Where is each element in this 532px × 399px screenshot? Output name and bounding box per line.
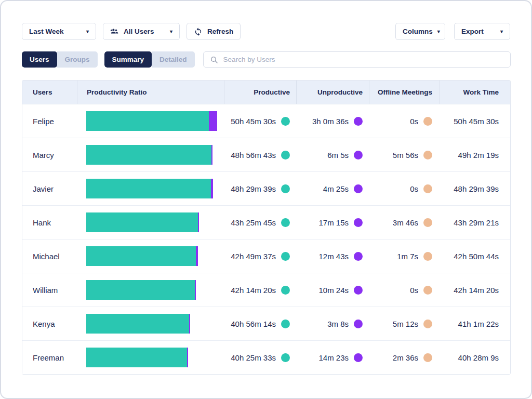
productivity-bar [86, 179, 217, 198]
unproductive-value: 14m 23s [318, 353, 349, 362]
unproductive-dot [354, 252, 363, 261]
offline-value: 0s [410, 184, 418, 193]
refresh-button[interactable]: Refresh [187, 23, 241, 40]
work-time-value: 40h 28m 9s [458, 353, 499, 362]
bar-unproductive-segment [211, 179, 213, 198]
bar-productive-segment [86, 179, 211, 198]
unproductive-value: 3m 8s [327, 320, 349, 328]
offline-meetings-cell: 2m 36s [369, 341, 440, 374]
header-work-time: Work Time [440, 81, 510, 104]
unproductive-value: 4m 25s [323, 184, 349, 193]
productive-value: 42h 14m 20s [231, 286, 276, 295]
table-row[interactable]: William 42h 14m 20s 10m 24s 0s 42h 14m 2… [22, 273, 510, 307]
table-row[interactable]: Kenya 40h 56m 14s 3m 8s 5m 12s 41h 1m 22… [22, 307, 510, 340]
bar-unproductive-segment [195, 280, 196, 300]
bar-fill [86, 145, 212, 165]
productivity-ratio-cell [77, 307, 224, 340]
offline-dot [423, 252, 432, 261]
export-select[interactable]: Export ▾ [454, 23, 510, 40]
unproductive-cell: 3m 8s [296, 307, 369, 340]
entity-toggle: Users Groups [22, 51, 98, 68]
header-productive: Productive [224, 81, 296, 104]
unproductive-value: 10m 24s [318, 286, 349, 295]
unproductive-value: 12m 43s [318, 252, 349, 261]
refresh-icon [194, 27, 203, 36]
offline-meetings-cell: 3m 46s [369, 206, 440, 239]
offline-value: 1m 7s [397, 252, 418, 261]
productivity-ratio-cell [77, 240, 224, 273]
tab-detailed[interactable]: Detailed [152, 51, 195, 68]
table-row[interactable]: Javier 48h 29m 39s 4m 25s 0s 48h 29m 39s [22, 171, 510, 205]
offline-dot [423, 353, 432, 362]
work-time-cell: 42h 14m 20s [440, 273, 510, 307]
users-table: Users Productivity Ratio Productive Unpr… [22, 80, 511, 375]
bar-productive-segment [86, 212, 198, 232]
columns-label: Columns [403, 28, 433, 35]
users-filter-select[interactable]: All Users ▾ [103, 23, 180, 40]
bar-unproductive-segment [209, 111, 217, 131]
header-offline-meetings: Offline Meetings [369, 81, 440, 104]
columns-select[interactable]: Columns ▾ [395, 23, 445, 40]
bar-fill [86, 111, 217, 131]
user-name: William [22, 273, 77, 307]
table-row[interactable]: Freeman 40h 25m 33s 14m 23s 2m 36s 40h 2… [22, 340, 510, 374]
offline-dot [423, 184, 432, 193]
table-row[interactable]: Felipe 50h 45m 30s 3h 0m 36s 0s 50h 45m … [22, 104, 510, 138]
productivity-bar [86, 212, 217, 232]
work-time-cell: 48h 29m 39s [440, 172, 510, 205]
unproductive-dot [354, 353, 363, 362]
user-name: Hank [22, 206, 77, 239]
bar-productive-segment [86, 145, 211, 165]
offline-value: 5m 12s [393, 320, 418, 328]
tab-groups[interactable]: Groups [57, 51, 98, 68]
productive-cell: 42h 49m 37s [224, 240, 296, 273]
productive-value: 43h 25m 45s [231, 218, 276, 227]
work-time-value: 43h 29m 21s [454, 218, 499, 227]
bar-unproductive-segment [198, 212, 199, 232]
user-name: Kenya [22, 307, 77, 340]
productive-value: 48h 56m 43s [231, 151, 276, 159]
unproductive-dot [354, 286, 363, 295]
bar-productive-segment [86, 246, 196, 266]
unproductive-cell: 4m 25s [296, 172, 369, 205]
bar-unproductive-segment [187, 348, 188, 367]
bar-productive-segment [86, 314, 189, 334]
productive-dot [281, 286, 290, 295]
search-box[interactable] [203, 51, 511, 68]
bar-fill [86, 212, 199, 232]
tab-summary[interactable]: Summary [104, 51, 152, 68]
chevron-down-icon: ▾ [500, 29, 503, 34]
work-time-cell: 49h 2m 19s [440, 138, 510, 171]
offline-meetings-cell: 0s [369, 172, 440, 205]
offline-dot [423, 320, 432, 328]
table-row[interactable]: Hank 43h 25m 45s 17m 15s 3m 46s 43h 29m … [22, 205, 510, 239]
offline-meetings-cell: 1m 7s [369, 240, 440, 273]
unproductive-cell: 6m 5s [296, 138, 369, 171]
table-row[interactable]: Marcy 48h 56m 43s 6m 5s 5m 56s 49h 2m 19… [22, 138, 510, 171]
work-time-cell: 43h 29m 21s [440, 206, 510, 239]
productive-dot [281, 184, 290, 193]
header-users: Users [22, 81, 77, 104]
period-select[interactable]: Last Week ▾ [22, 23, 96, 40]
offline-dot [423, 117, 432, 126]
productivity-ratio-cell [77, 206, 224, 239]
search-input[interactable] [223, 56, 504, 63]
productivity-bar [86, 145, 217, 165]
bar-fill [86, 314, 190, 334]
productive-dot [281, 353, 290, 362]
bar-fill [86, 348, 188, 367]
header-unproductive: Unproductive [296, 81, 369, 104]
table-row[interactable]: Michael 42h 49m 37s 12m 43s 1m 7s 42h 50… [22, 239, 510, 273]
user-name: Marcy [22, 138, 77, 171]
bar-unproductive-segment [196, 246, 198, 266]
productive-cell: 48h 56m 43s [224, 138, 296, 171]
header-productivity-ratio: Productivity Ratio [77, 81, 224, 104]
work-time-value: 49h 2m 19s [458, 151, 499, 159]
tab-users[interactable]: Users [22, 51, 57, 68]
offline-dot [423, 151, 432, 159]
unproductive-dot [354, 151, 363, 159]
unproductive-dot [354, 320, 363, 328]
productive-value: 40h 56m 14s [231, 320, 276, 328]
productivity-ratio-cell [77, 273, 224, 307]
offline-meetings-cell: 0s [369, 104, 440, 138]
